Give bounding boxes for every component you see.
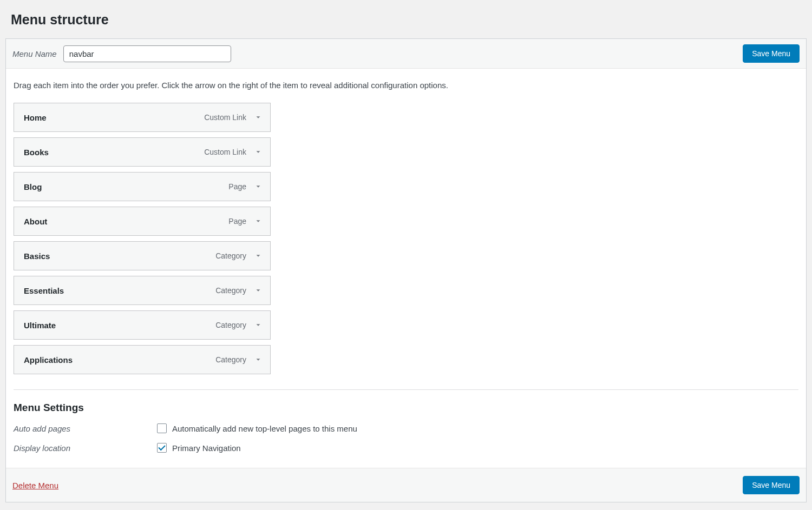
menu-footer: Delete Menu Save Menu <box>6 468 806 502</box>
menu-item-bar: HomeCustom Link <box>14 103 270 131</box>
menu-item-bar: BooksCustom Link <box>14 138 270 166</box>
menu-item-title: Ultimate <box>24 321 56 330</box>
display-location-checkbox[interactable] <box>157 443 167 453</box>
auto-add-pages-checkbox-label: Automatically add new top-level pages to… <box>172 424 357 433</box>
chevron-down-icon[interactable] <box>252 111 265 124</box>
chevron-down-icon[interactable] <box>252 249 265 262</box>
menu-item-title: About <box>24 217 47 226</box>
menu-item-right: Custom Link <box>204 145 265 158</box>
chevron-down-icon[interactable] <box>252 319 265 332</box>
save-menu-button-bottom[interactable]: Save Menu <box>743 476 800 494</box>
menu-item-type-label: Custom Link <box>204 113 246 122</box>
menu-name-label: Menu Name <box>12 49 57 58</box>
menu-items-list: HomeCustom LinkBooksCustom LinkBlogPageA… <box>14 103 798 374</box>
menu-item-title: Applications <box>24 355 73 365</box>
menu-item[interactable]: BlogPage <box>14 172 271 201</box>
chevron-down-icon[interactable] <box>252 284 265 297</box>
page-title: Menu structure <box>5 5 807 38</box>
display-location-control[interactable]: Primary Navigation <box>157 443 241 453</box>
menu-item[interactable]: UltimateCategory <box>14 310 271 340</box>
menu-item-right: Page <box>228 215 265 228</box>
menu-name-wrap: Menu Name <box>12 45 231 62</box>
menu-item[interactable]: EssentialsCategory <box>14 276 271 305</box>
menu-item-title: Blog <box>24 182 42 191</box>
menu-item-bar: UltimateCategory <box>14 311 270 339</box>
auto-add-pages-group: Auto add pages Automatically add new top… <box>14 423 798 433</box>
menu-item-type-label: Category <box>215 286 246 295</box>
menu-item[interactable]: AboutPage <box>14 207 271 236</box>
menu-item-type-label: Custom Link <box>204 148 246 156</box>
menu-header: Menu Name Save Menu <box>6 39 806 69</box>
menu-item-bar: AboutPage <box>14 207 270 235</box>
menu-item-title: Books <box>24 148 49 157</box>
menu-item-right: Page <box>228 180 265 193</box>
auto-add-pages-label: Auto add pages <box>14 424 157 433</box>
menu-item-type-label: Category <box>215 321 246 329</box>
menu-item-type-label: Category <box>215 251 246 260</box>
chevron-down-icon[interactable] <box>252 215 265 228</box>
menu-item-type-label: Page <box>228 182 246 191</box>
menu-name-input[interactable] <box>63 45 231 62</box>
menu-item[interactable]: HomeCustom Link <box>14 103 271 132</box>
menu-item[interactable]: ApplicationsCategory <box>14 345 271 374</box>
menu-item-type-label: Page <box>228 217 246 226</box>
menu-body: Drag each item into the order you prefer… <box>6 69 806 468</box>
menu-item-right: Category <box>215 249 265 262</box>
menu-edit-panel: Menu Name Save Menu Drag each item into … <box>5 38 807 502</box>
delete-menu-link[interactable]: Delete Menu <box>12 481 58 490</box>
display-location-group: Display location Primary Navigation <box>14 443 798 453</box>
menu-item-right: Category <box>215 353 265 366</box>
auto-add-pages-control[interactable]: Automatically add new top-level pages to… <box>157 423 357 433</box>
menu-item-right: Category <box>215 319 265 332</box>
menu-item-bar: BlogPage <box>14 173 270 201</box>
save-menu-button-top[interactable]: Save Menu <box>743 44 800 63</box>
display-location-label: Display location <box>14 443 157 453</box>
menu-item-bar: BasicsCategory <box>14 242 270 270</box>
menu-item-right: Custom Link <box>204 111 265 124</box>
chevron-down-icon[interactable] <box>252 353 265 366</box>
menu-item-type-label: Category <box>215 355 246 364</box>
menu-item-bar: ApplicationsCategory <box>14 346 270 374</box>
menu-item-title: Basics <box>24 251 50 261</box>
auto-add-pages-checkbox[interactable] <box>157 423 167 433</box>
menu-item-title: Essentials <box>24 286 64 295</box>
settings-divider <box>14 389 798 390</box>
chevron-down-icon[interactable] <box>252 145 265 158</box>
menu-item[interactable]: BooksCustom Link <box>14 137 271 167</box>
chevron-down-icon[interactable] <box>252 180 265 193</box>
display-location-checkbox-label: Primary Navigation <box>172 443 241 453</box>
menu-item-right: Category <box>215 284 265 297</box>
menu-settings-title: Menu Settings <box>14 402 798 414</box>
menu-item-bar: EssentialsCategory <box>14 276 270 304</box>
menu-item-title: Home <box>24 113 47 122</box>
menu-item[interactable]: BasicsCategory <box>14 241 271 270</box>
drag-instructions-text: Drag each item into the order you prefer… <box>14 81 798 90</box>
